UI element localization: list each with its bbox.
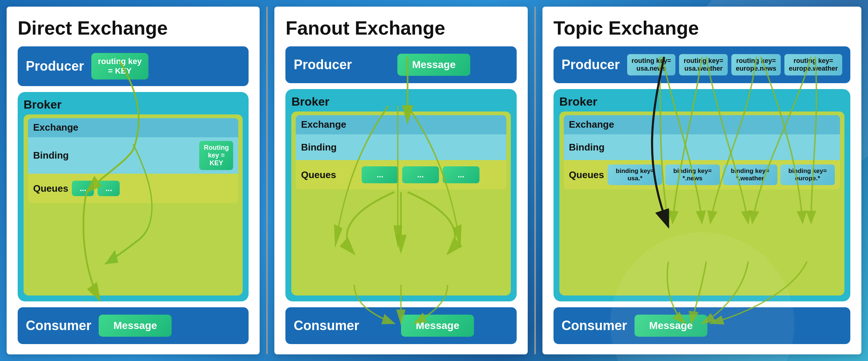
topic-queues-row: Queues binding key=usa.* binding key=*.n…: [564, 160, 840, 190]
direct-producer-label: Producer: [26, 59, 84, 74]
direct-broker-container: Broker Exchange Binding Routingkey =KEY …: [18, 92, 249, 301]
topic-exchange-panel: Topic Exchange Producer routing key=usa.…: [542, 7, 861, 354]
direct-queue-2: ...: [98, 181, 120, 196]
direct-routing-key-badge: routing key= KEY: [91, 53, 148, 79]
watermark: CSDN @zhoujiazhao: [799, 345, 855, 351]
direct-broker-inner: Exchange Binding Routingkey =KEY Queues …: [24, 114, 243, 295]
direct-queue-1: ...: [72, 181, 94, 196]
fanout-queues-label: Queues: [301, 169, 336, 181]
fanout-broker-label: Broker: [291, 95, 510, 109]
topic-producer-row: Producer routing key=usa.news routing ke…: [554, 46, 850, 83]
divider-2: [534, 7, 536, 354]
fanout-producer-row: Producer Message: [285, 46, 516, 83]
fanout-consumer-row: Consumer Message: [285, 307, 516, 344]
topic-consumer-message: Message: [635, 315, 707, 337]
topic-binding-label: Binding: [569, 142, 605, 153]
fanout-queues-row: Queues ... ... ...: [296, 160, 506, 190]
fanout-binding-label: Binding: [301, 142, 337, 153]
fanout-producer-message: Message: [397, 54, 470, 76]
topic-broker-inner: Exchange Binding Queues binding key=usa.…: [559, 112, 844, 295]
fanout-broker-container: Broker Exchange Binding Queues ... ... .…: [285, 89, 516, 301]
fanout-consumer-message: Message: [401, 315, 474, 337]
topic-rk-1: routing key=usa.news: [627, 54, 676, 75]
topic-consumer-label: Consumer: [562, 318, 627, 333]
direct-consumer-row: Consumer Message: [18, 307, 249, 344]
fanout-exchange-panel: Fanout Exchange Producer Message Broker …: [274, 7, 527, 354]
direct-binding-label: Binding: [33, 150, 69, 161]
direct-consumer-label: Consumer: [26, 318, 91, 333]
fanout-consumer-label: Consumer: [294, 318, 359, 333]
topic-rk-3: routing key=europe.news: [731, 54, 781, 75]
topic-broker-label: Broker: [559, 95, 844, 109]
fanout-queue-3: ...: [443, 166, 479, 183]
topic-producer-label: Producer: [562, 57, 620, 72]
fanout-broker-inner: Exchange Binding Queues ... ... ...: [291, 112, 510, 295]
direct-exchange-row: Exchange: [28, 118, 238, 137]
fanout-exchange-row: Exchange: [296, 115, 506, 134]
fanout-title: Fanout Exchange: [285, 17, 516, 39]
topic-bk-2: binding key=*.news: [665, 164, 720, 185]
fanout-queue-2: ...: [402, 166, 439, 183]
topic-queues-label: Queues: [569, 169, 604, 181]
direct-binding-row: Binding Routingkey =KEY: [28, 137, 238, 174]
direct-queues-row: Queues ... ...: [28, 174, 238, 203]
fanout-producer-label: Producer: [294, 57, 352, 72]
topic-rk-4: routing key=europe.weather: [784, 54, 842, 75]
topic-exchange-row: Exchange: [564, 115, 840, 134]
direct-queues-label: Queues: [33, 183, 68, 194]
topic-binding-row: Binding: [564, 134, 840, 160]
topic-bk-4: binding key=europe.*: [780, 164, 835, 185]
topic-bk-3: binding key=*.weather: [723, 164, 777, 185]
direct-title: Direct Exchange: [18, 17, 249, 39]
topic-title: Topic Exchange: [554, 17, 850, 39]
direct-consumer-message: Message: [99, 315, 172, 337]
direct-exchange-panel: Direct Exchange Producer routing key= KE…: [7, 7, 260, 354]
fanout-queue-1: ...: [362, 166, 398, 183]
direct-producer-row: Producer routing key= KEY: [18, 46, 249, 86]
fanout-dots-row: ... ... ...: [340, 166, 501, 183]
direct-broker-label: Broker: [24, 98, 243, 112]
fanout-binding-row: Binding: [296, 134, 506, 160]
topic-broker-container: Broker Exchange Binding Queues binding k…: [554, 89, 850, 301]
panels-wrapper: Direct Exchange Producer routing key= KE…: [0, 0, 868, 361]
topic-bk-1: binding key=usa.*: [608, 164, 662, 185]
direct-routing-key-item: Routingkey =KEY: [199, 141, 233, 170]
topic-rk-2: routing key=usa.weather: [679, 54, 728, 75]
topic-consumer-row: Consumer Message: [554, 307, 850, 344]
topic-routing-keys: routing key=usa.news routing key=usa.wea…: [627, 54, 842, 75]
divider-1: [266, 7, 268, 354]
